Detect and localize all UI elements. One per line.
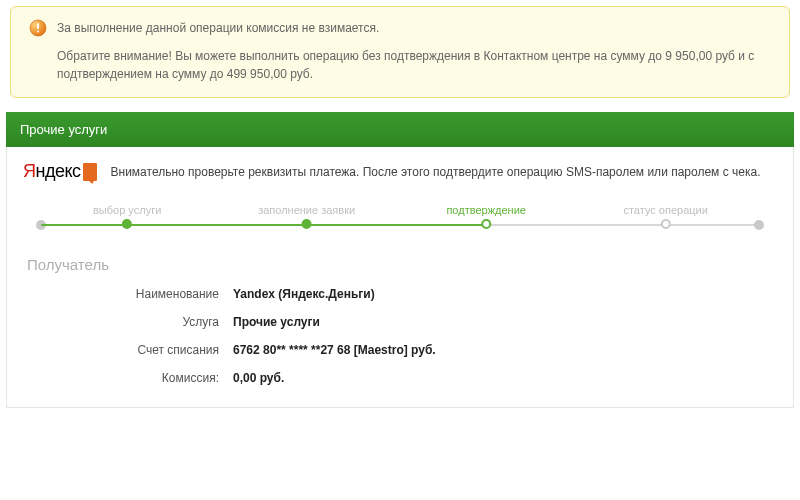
- section-header: Прочие услуги: [6, 112, 794, 147]
- step-dot: [302, 219, 312, 229]
- logo-black-letters: ндекс: [36, 161, 81, 181]
- progress-stepper: выбор услуги заполнение заявки подтвержд…: [41, 204, 759, 232]
- logo-red-letter: Я: [23, 161, 36, 181]
- step-label: заполнение заявки: [258, 204, 355, 220]
- field-name: Наименование Yandex (Яндекс.Деньги): [23, 287, 777, 301]
- step-label: подтверждение: [446, 204, 525, 220]
- field-label: Счет списания: [23, 343, 233, 357]
- field-service: Услуга Прочие услуги: [23, 315, 777, 329]
- step-status: статус операции: [623, 204, 707, 230]
- svg-rect-1: [37, 23, 39, 29]
- field-label: Услуга: [23, 315, 233, 329]
- info-icon: [29, 19, 47, 37]
- info-notice: За выполнение данной операции комиссия н…: [10, 6, 790, 98]
- stepper-end-dot: [754, 220, 764, 230]
- step-select-service: выбор услуги: [93, 204, 161, 230]
- payment-card: Яндекс Внимательно проверьте реквизиты п…: [6, 147, 794, 408]
- step-dot: [481, 219, 491, 229]
- card-top: Яндекс Внимательно проверьте реквизиты п…: [23, 161, 777, 182]
- field-label: Комиссия:: [23, 371, 233, 385]
- field-value: Yandex (Яндекс.Деньги): [233, 287, 375, 301]
- step-confirmation: подтверждение: [446, 204, 525, 230]
- instructions-text: Внимательно проверьте реквизиты платежа.…: [111, 161, 761, 181]
- notice-text-2: Обратите внимание! Вы можете выполнить о…: [57, 47, 771, 83]
- field-label: Наименование: [23, 287, 233, 301]
- step-dot: [122, 219, 132, 229]
- notice-line-1: За выполнение данной операции комиссия н…: [29, 19, 771, 37]
- section-title: Прочие услуги: [20, 122, 107, 137]
- step-fill-form: заполнение заявки: [258, 204, 355, 230]
- step-label: выбор услуги: [93, 204, 161, 220]
- field-fee: Комиссия: 0,00 руб.: [23, 371, 777, 385]
- svg-rect-2: [37, 31, 39, 33]
- provider-logo: Яндекс: [23, 161, 97, 182]
- notice-text-1: За выполнение данной операции комиссия н…: [57, 19, 379, 37]
- recipient-heading: Получатель: [27, 256, 777, 273]
- step-dot: [661, 219, 671, 229]
- field-account: Счет списания 6762 80** **** **27 68 [Ma…: [23, 343, 777, 357]
- step-label: статус операции: [623, 204, 707, 220]
- field-value: Прочие услуги: [233, 315, 320, 329]
- field-value: 6762 80** **** **27 68 [Maestro] руб.: [233, 343, 436, 357]
- field-value: 0,00 руб.: [233, 371, 284, 385]
- yandex-wallet-icon: [83, 163, 97, 181]
